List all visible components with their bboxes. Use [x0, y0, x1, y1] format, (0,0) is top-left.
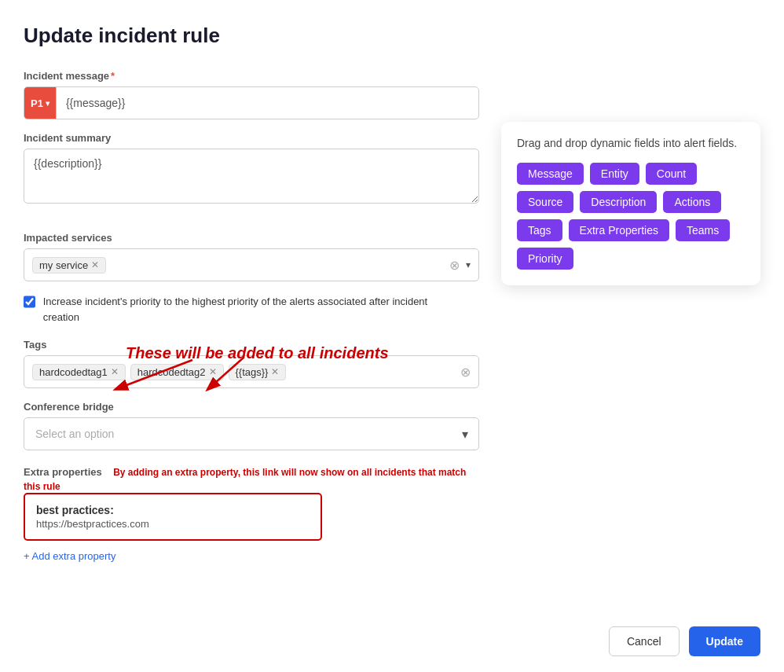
dynamic-field-source[interactable]: Source	[517, 191, 573, 213]
clear-services-icon[interactable]: ⊗	[449, 258, 460, 273]
tag-chip-2: hardcodedtag2 ✕	[130, 364, 224, 380]
tag-chip-1: hardcodedtag1 ✕	[32, 364, 126, 380]
extra-properties-box: best practices: https://bestpractices.co…	[24, 493, 322, 541]
message-value: {{message}}	[57, 97, 478, 109]
extra-properties-label: Extra properties	[24, 466, 102, 478]
tag-chip-3: {{tags}} ✕	[229, 364, 287, 380]
incident-message-field[interactable]: P1 ▾ {{message}}	[24, 86, 479, 119]
priority-checkbox[interactable]	[24, 296, 35, 308]
dynamic-field-actions[interactable]: Actions	[663, 191, 721, 213]
extra-prop-key: best practices:	[36, 504, 310, 516]
dynamic-fields-description: Drag and drop dynamic fields into alert …	[517, 136, 745, 152]
page-title: Update incident rule	[24, 24, 753, 48]
tags-label: Tags	[24, 339, 479, 351]
priority-checkbox-row: Increase incident's priority to the high…	[24, 294, 432, 325]
dynamic-field-tags[interactable]: Tags	[517, 219, 562, 241]
services-dropdown-icon[interactable]: ▾	[466, 259, 471, 270]
dynamic-field-teams[interactable]: Teams	[676, 219, 730, 241]
extra-prop-value: https://bestpractices.com	[36, 518, 310, 530]
impacted-services-label: Impacted services	[24, 232, 479, 244]
add-extra-property-button[interactable]: + Add extra property	[24, 550, 115, 562]
service-chip: my service ✕	[32, 257, 106, 274]
p1-chevron: ▾	[46, 99, 49, 108]
remove-service-icon[interactable]: ✕	[91, 259, 99, 270]
tags-input[interactable]: hardcodedtag1 ✕ hardcodedtag2 ✕ {{tags}}…	[24, 355, 479, 388]
incident-message-label: Incident message*	[24, 70, 479, 82]
cancel-button[interactable]: Cancel	[609, 626, 680, 656]
dynamic-field-entity[interactable]: Entity	[590, 163, 639, 185]
p1-badge[interactable]: P1 ▾	[24, 87, 57, 119]
conference-bridge-label: Conference bridge	[24, 401, 479, 413]
incident-summary-label: Incident summary	[24, 132, 479, 144]
dynamic-field-count[interactable]: Count	[646, 163, 697, 185]
remove-tag2-icon[interactable]: ✕	[209, 366, 217, 377]
footer-buttons: Cancel Update	[609, 626, 760, 656]
dynamic-field-priority[interactable]: Priority	[517, 248, 573, 270]
remove-tag1-icon[interactable]: ✕	[111, 366, 119, 377]
conference-bridge-wrapper: Select an option ▾	[24, 417, 479, 450]
dynamic-field-extra-properties[interactable]: Extra Properties	[569, 219, 669, 241]
dynamic-fields-grid: MessageEntityCountSourceDescriptionActio…	[517, 163, 745, 270]
impacted-services-field[interactable]: my service ✕ ⊗ ▾	[24, 248, 479, 281]
remove-tag3-icon[interactable]: ✕	[271, 366, 279, 377]
dynamic-fields-panel: Drag and drop dynamic fields into alert …	[501, 122, 760, 285]
clear-tags-icon[interactable]: ⊗	[460, 365, 471, 380]
update-button[interactable]: Update	[689, 626, 760, 656]
dynamic-field-description[interactable]: Description	[580, 191, 657, 213]
incident-summary-input[interactable]: {{description}}	[24, 149, 479, 204]
dynamic-field-message[interactable]: Message	[517, 163, 584, 185]
priority-checkbox-label: Increase incident's priority to the high…	[43, 294, 432, 325]
conference-bridge-select[interactable]: Select an option	[24, 417, 479, 450]
